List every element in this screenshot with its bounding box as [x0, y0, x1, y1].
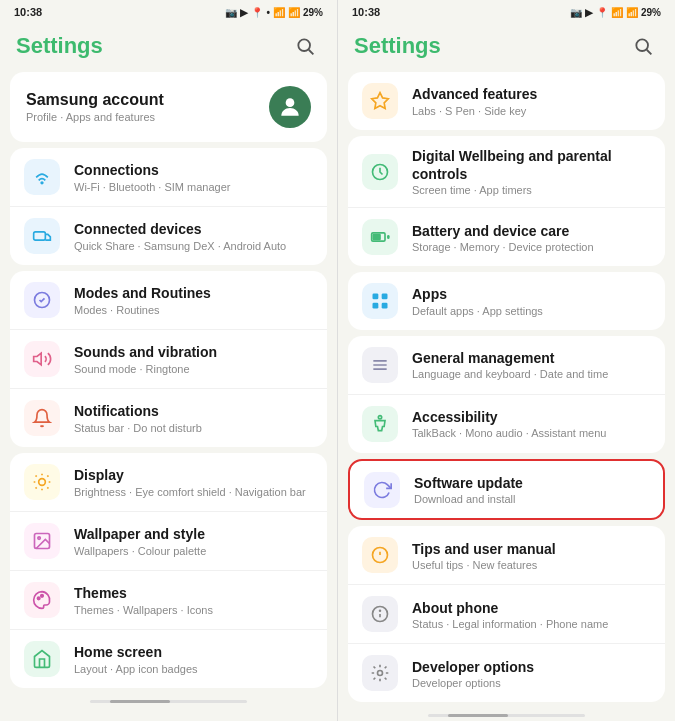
tips-icon — [362, 537, 398, 573]
svg-rect-26 — [373, 293, 379, 299]
svg-line-21 — [647, 50, 652, 55]
wellbeing-card: Digital Wellbeing and parental controls … — [348, 136, 665, 266]
software-update-icon — [364, 472, 400, 508]
connections-sub: Wi-Fi · Bluetooth · SIM manager — [74, 181, 313, 193]
advanced-icon — [362, 83, 398, 119]
modes-item[interactable]: Modes and Routines Modes · Routines — [10, 271, 327, 330]
account-title: Samsung account — [26, 91, 164, 109]
tips-title: Tips and user manual — [412, 540, 651, 558]
settings-title-left: Settings — [16, 33, 103, 59]
modes-card: Modes and Routines Modes · Routines Soun… — [10, 271, 327, 447]
apps-sub: Default apps · App settings — [412, 305, 651, 317]
battery-icon — [362, 219, 398, 255]
search-button-left[interactable] — [289, 30, 321, 62]
header-left: Settings — [0, 22, 337, 72]
apps-card: Apps Default apps · App settings — [348, 272, 665, 330]
svg-point-33 — [378, 415, 381, 418]
general-card: General management Language and keyboard… — [348, 336, 665, 453]
accessibility-icon — [362, 406, 398, 442]
general-sub: Language and keyboard · Date and time — [412, 368, 651, 380]
developer-options-title: Developer options — [412, 658, 651, 676]
svg-point-2 — [286, 98, 295, 107]
advanced-sub: Labs · S Pen · Side key — [412, 105, 651, 117]
sounds-item[interactable]: Sounds and vibration Sound mode · Ringto… — [10, 330, 327, 389]
samsung-account-card[interactable]: Samsung account Profile · Apps and featu… — [10, 72, 327, 142]
right-panel: 10:38 📷 ▶ 📍 📶 📶 29% Settings — [337, 0, 675, 721]
general-title: General management — [412, 349, 651, 367]
modes-icon — [24, 282, 60, 318]
svg-line-1 — [309, 50, 314, 55]
general-icon — [362, 347, 398, 383]
themes-sub: Themes · Wallpapers · Icons — [74, 604, 313, 616]
notifications-item[interactable]: Notifications Status bar · Do not distur… — [10, 389, 327, 447]
about-phone-sub: Status · Legal information · Phone name — [412, 618, 651, 630]
advanced-card: Advanced features Labs · S Pen · Side ke… — [348, 72, 665, 130]
svg-rect-29 — [382, 303, 388, 309]
svg-line-15 — [47, 476, 48, 477]
accessibility-sub: TalkBack · Mono audio · Assistant menu — [412, 427, 651, 439]
connected-devices-item[interactable]: Connected devices Quick Share · Samsung … — [10, 207, 327, 265]
developer-options-item[interactable]: Developer options Developer options — [348, 644, 665, 702]
settings-list-right: Advanced features Labs · S Pen · Side ke… — [338, 72, 675, 721]
about-phone-item[interactable]: About phone Status · Legal information ·… — [348, 585, 665, 644]
modes-sub: Modes · Routines — [74, 304, 313, 316]
settings-list-left: Samsung account Profile · Apps and featu… — [0, 72, 337, 721]
wallpaper-icon — [24, 523, 60, 559]
software-update-sub: Download and install — [414, 493, 649, 505]
svg-point-19 — [41, 595, 44, 598]
svg-point-40 — [378, 671, 383, 676]
tips-item[interactable]: Tips and user manual Useful tips · New f… — [348, 526, 665, 585]
apps-item[interactable]: Apps Default apps · App settings — [348, 272, 665, 330]
home-screen-item[interactable]: Home screen Layout · App icon badges — [10, 630, 327, 688]
software-update-item[interactable]: Software update Download and install — [350, 461, 663, 519]
wallpaper-sub: Wallpapers · Colour palette — [74, 545, 313, 557]
svg-rect-4 — [34, 232, 46, 240]
account-subtitle: Profile · Apps and features — [26, 111, 164, 123]
left-panel: 10:38 📷 ▶ 📍 • 📶 📶 29% Settings Samsung a… — [0, 0, 337, 721]
about-phone-title: About phone — [412, 599, 651, 617]
wellbeing-icon — [362, 154, 398, 190]
svg-line-10 — [36, 476, 37, 477]
advanced-features-item[interactable]: Advanced features Labs · S Pen · Side ke… — [348, 72, 665, 130]
home-screen-title: Home screen — [74, 643, 313, 661]
connections-card: Connections Wi-Fi · Bluetooth · SIM mana… — [10, 148, 327, 265]
general-management-item[interactable]: General management Language and keyboard… — [348, 336, 665, 395]
svg-rect-25 — [373, 235, 380, 240]
sounds-sub: Sound mode · Ringtone — [74, 363, 313, 375]
display-item[interactable]: Display Brightness · Eye comfort shield … — [10, 453, 327, 512]
themes-item[interactable]: Themes Themes · Wallpapers · Icons — [10, 571, 327, 630]
accessibility-item[interactable]: Accessibility TalkBack · Mono audio · As… — [348, 395, 665, 453]
sounds-icon — [24, 341, 60, 377]
svg-marker-22 — [372, 93, 389, 109]
notifications-icon — [24, 400, 60, 436]
connections-item[interactable]: Connections Wi-Fi · Bluetooth · SIM mana… — [10, 148, 327, 207]
wellbeing-title: Digital Wellbeing and parental controls — [412, 147, 651, 183]
home-screen-sub: Layout · App icon badges — [74, 663, 313, 675]
notifications-title: Notifications — [74, 402, 313, 420]
account-avatar — [269, 86, 311, 128]
sounds-title: Sounds and vibration — [74, 343, 313, 361]
display-icon — [24, 464, 60, 500]
battery-left: 29% — [303, 7, 323, 18]
battery-sub: Storage · Memory · Device protection — [412, 241, 651, 253]
connected-devices-title: Connected devices — [74, 220, 313, 238]
wellbeing-item[interactable]: Digital Wellbeing and parental controls … — [348, 136, 665, 208]
svg-point-3 — [41, 182, 43, 184]
svg-point-7 — [39, 479, 46, 486]
header-right: Settings — [338, 22, 675, 72]
notifications-sub: Status bar · Do not disturb — [74, 422, 313, 434]
status-bar-right: 10:38 📷 ▶ 📍 📶 📶 29% — [338, 0, 675, 22]
themes-icon — [24, 582, 60, 618]
developer-options-icon — [362, 655, 398, 691]
connected-devices-icon — [24, 218, 60, 254]
wallpaper-item[interactable]: Wallpaper and style Wallpapers · Colour … — [10, 512, 327, 571]
apps-icon — [362, 283, 398, 319]
time-left: 10:38 — [14, 6, 42, 18]
svg-point-17 — [38, 537, 41, 540]
battery-item[interactable]: Battery and device care Storage · Memory… — [348, 208, 665, 266]
battery-title: Battery and device care — [412, 222, 651, 240]
search-button-right[interactable] — [627, 30, 659, 62]
status-icons-right: 📷 ▶ 📍 📶 📶 29% — [570, 7, 661, 18]
svg-rect-28 — [373, 303, 379, 309]
battery-right: 29% — [641, 7, 661, 18]
